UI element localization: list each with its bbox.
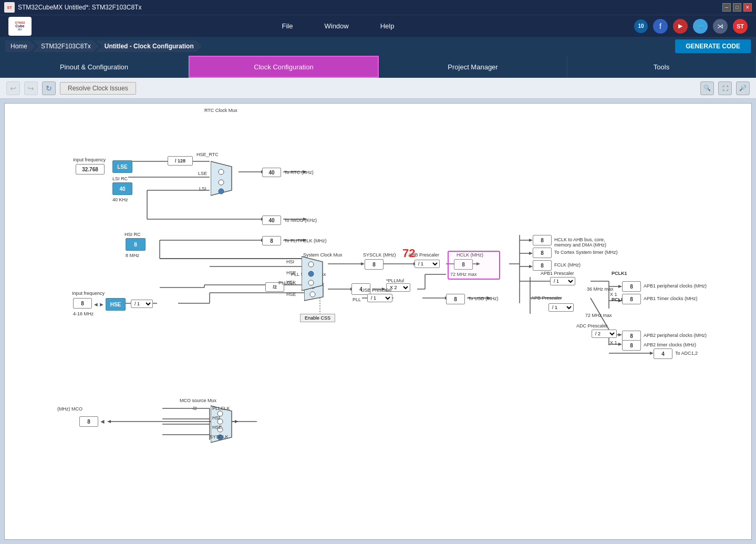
zoom-out-button[interactable]: 🔎 [736,81,750,95]
pll-label: PLL [353,297,361,302]
apb1-max-label: 36 MHz max [587,286,614,292]
facebook-icon[interactable]: f [653,19,668,34]
fit-view-button[interactable]: ⛶ [718,81,732,95]
youtube-icon[interactable]: ▶ [673,19,688,34]
resolve-clock-button[interactable]: Resolve Clock Issues [60,82,136,95]
rtc-mux-shape [211,159,240,198]
svg-marker-64 [618,343,622,346]
input-freq-lse-label: Input frequency [73,157,106,162]
sysclk-value-box: 8 [365,259,384,270]
window-controls[interactable]: ─ □ ✕ [722,3,752,12]
mco-div2-label: /2 [193,406,197,411]
logo-text-mx: MX [18,28,22,31]
titlebar: ST STM32CubeMX Untitled*: STM32F103C8Tx … [0,0,756,15]
lse-box: LSE [112,160,132,173]
menu-items: File Window Help [42,22,634,30]
refresh-button[interactable]: ↻ [42,81,56,95]
to-flitf-label: To FLITFCLK (MHz) [284,238,327,243]
mco-hse-label: HSE [212,425,222,430]
svg-marker-44 [529,239,533,242]
mco-pllclk-label: PLLCLK [212,406,230,411]
apb2-max-label: 72 MHz max [585,313,612,318]
to-usb-label: To USB (MHz) [468,296,499,301]
mco-sysclk-label: SYSCLK [210,434,229,439]
menu-help[interactable]: Help [380,22,395,30]
hse-rtc-label: HSE_RTC [196,152,219,157]
enable-css-container: Enable CSS [300,314,335,322]
tab-tools[interactable]: Tools [567,56,756,78]
tab-project[interactable]: Project Manager [379,56,567,78]
zoom-in-button[interactable]: 🔍 [700,81,714,95]
x1b-label: X 1 [610,340,617,345]
apb2-timer-value: 8 [622,340,641,351]
lsi-rc-label: LSI RC [112,176,128,181]
apb1-prescaler-label: APB1 Prescaler [541,271,574,276]
mco-out-label: (MHz) MCO [57,406,82,412]
pllmul-label: *PLLMul [386,278,404,283]
menu-window[interactable]: Window [324,22,348,30]
lsi-out-label: LSI [199,186,206,191]
mco-arrow: ◄ [99,418,106,425]
lsi-value-box: 40 [112,182,132,195]
svg-point-84 [219,169,224,175]
tab-clock[interactable]: Clock Configuration [189,56,379,78]
version-icon[interactable]: 10 [634,19,648,33]
input-freq-hse-box[interactable]: 8 [73,298,92,309]
svg-marker-67 [650,352,654,355]
restore-button[interactable]: □ [733,3,741,12]
social-icons: 10 f ▶ 🐦 ⋊ ST [634,19,748,34]
undo-button[interactable]: ↩ [6,81,20,95]
enable-css-button[interactable]: Enable CSS [300,314,335,322]
breadcrumb-current[interactable]: Untitled - Clock Configuration [96,40,202,52]
breadcrumb-home[interactable]: Home [5,40,36,52]
svg-marker-48 [529,265,533,268]
ahb-out-value: 8 [533,235,552,245]
iwdg-value-box: 40 [262,215,281,225]
to-rtc-label: To RTC (KHz) [284,170,314,175]
sysclk-label: SYSCLK (MHz) [363,252,396,258]
pll-hse-label: HSE [286,292,296,297]
lsi-khz-label: 40 KHz [112,197,128,202]
twitter-icon[interactable]: 🐦 [693,19,708,34]
toolbar: ↩ ↪ ↻ Resolve Clock Issues 🔍 ⛶ 🔎 [0,78,756,99]
st-icon[interactable]: ST [733,19,748,34]
breadcrumb-device[interactable]: STM32F103C8Tx [33,40,99,52]
hclk-to-ahb2-label: memory and DMA (MHz) [554,242,606,248]
apb2-periph-value: 8 [622,331,641,341]
menu-file[interactable]: File [282,22,293,30]
network-icon[interactable]: ⋊ [713,19,728,34]
hse-div1-select[interactable]: / 1 [131,300,153,308]
apb1-timer-value: 8 [622,294,641,304]
mco-out-value: 8 [79,416,98,427]
hclk-to-ahb-label: HCLK to AHB bus, core, [554,237,605,242]
logo-text-cube: Cube [15,24,25,28]
close-button[interactable]: ✕ [743,3,752,12]
window-title: STM32CubeMX Untitled*: STM32F103C8Tx [18,4,141,11]
usb-value-box: 8 [446,294,465,304]
tab-pinout[interactable]: Pinout & Configuration [0,56,189,78]
titlebar-title: ST STM32CubeMX Untitled*: STM32F103C8Tx [4,2,722,13]
redo-button[interactable]: ↪ [24,81,38,95]
usb-div-select[interactable]: / 1 [367,294,392,302]
adc-out-value: 4 [654,348,672,359]
svg-point-93 [308,280,314,285]
svg-point-85 [219,180,224,185]
apb2-prescaler-label: APB Prescaler [531,295,562,301]
sys-mux-pllclk-label: PLLCLK [278,280,296,285]
apb1-periph-value: 8 [622,281,641,292]
ahb-div-select[interactable]: / 1 [415,260,440,268]
to-adc-label: To ADC1,2 [675,351,698,356]
svg-marker-62 [618,333,622,336]
svg-marker-55 [618,285,622,288]
generate-code-button[interactable]: GENERATE CODE [675,39,751,53]
adc-div-select[interactable]: / 2 [592,330,617,338]
input-freq-lse-box[interactable]: 32.768 [76,164,105,175]
input-freq-hse-label: Input frequency [72,291,105,296]
usb-prescaler-label: USB Prescaler [361,288,392,293]
hsi-rc-label: HSI RC [125,232,141,237]
apb1-div-select[interactable]: / 1 [550,277,575,285]
minimize-button[interactable]: ─ [722,3,731,12]
adc-prescaler-label: ADC Prescaler [576,323,608,329]
apb2-div-select[interactable]: / 1 [548,303,574,312]
hclk-highlight-box [448,251,500,280]
